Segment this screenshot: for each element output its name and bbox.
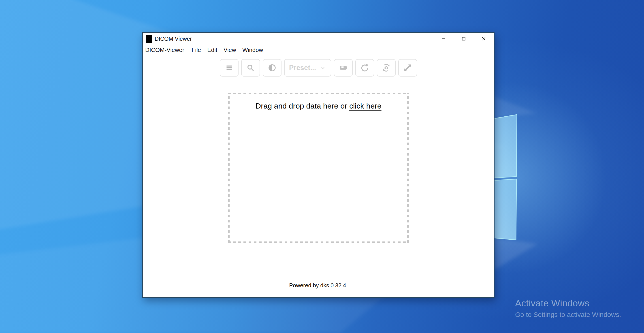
chevron-down-icon xyxy=(320,64,326,71)
camera-rotate-icon xyxy=(381,63,391,73)
app-icon xyxy=(146,35,152,43)
dropzone-prompt-text: Drag and drop data here or xyxy=(255,102,347,110)
ruler-button[interactable] xyxy=(334,59,353,76)
rotate-button[interactable] xyxy=(355,59,374,76)
menu-item-edit[interactable]: Edit xyxy=(204,46,220,54)
minimize-button[interactable] xyxy=(439,34,448,43)
preset-label: Preset... xyxy=(289,64,316,72)
close-icon xyxy=(480,35,487,42)
camera-rotate-button[interactable] xyxy=(377,59,396,76)
menu-button[interactable] xyxy=(220,59,238,76)
dropzone-prompt: Drag and drop data here or click here xyxy=(228,93,409,110)
dicom-viewer-window: DICOM Viewer xyxy=(142,32,494,298)
menu-icon xyxy=(224,63,234,72)
contrast-button[interactable] xyxy=(263,59,282,76)
maximize-button[interactable] xyxy=(459,34,468,43)
ruler-icon xyxy=(338,63,348,73)
preset-select[interactable]: Preset... xyxy=(284,59,331,76)
zoom-icon xyxy=(246,63,255,72)
powered-by-footer: Powered by dks 0.32.4. xyxy=(143,282,494,289)
maximize-icon xyxy=(460,35,467,42)
desktop: Activate Windows Go to Settings to activ… xyxy=(0,0,644,333)
rotate-icon xyxy=(360,63,370,73)
window-title: DICOM Viewer xyxy=(154,36,192,42)
dropzone[interactable]: Drag and drop data here or click here xyxy=(228,93,409,243)
dropzone-click-here-link[interactable]: click here xyxy=(349,102,382,110)
expand-icon xyxy=(403,63,413,73)
window-controls xyxy=(439,33,488,45)
menu-item-dicom-viewer[interactable]: DICOM-Viewer xyxy=(143,46,188,54)
toolbar: Preset... xyxy=(143,59,494,76)
close-button[interactable] xyxy=(479,34,488,43)
menubar: DICOM-Viewer File Edit View Window xyxy=(143,45,494,55)
titlebar[interactable]: DICOM Viewer xyxy=(143,33,494,45)
menu-item-file[interactable]: File xyxy=(188,46,204,54)
menu-item-view[interactable]: View xyxy=(220,46,239,54)
zoom-button[interactable] xyxy=(241,59,260,76)
menu-item-window[interactable]: Window xyxy=(239,46,266,54)
minimize-icon xyxy=(440,35,447,42)
contrast-icon xyxy=(267,63,277,73)
expand-button[interactable] xyxy=(398,59,417,76)
